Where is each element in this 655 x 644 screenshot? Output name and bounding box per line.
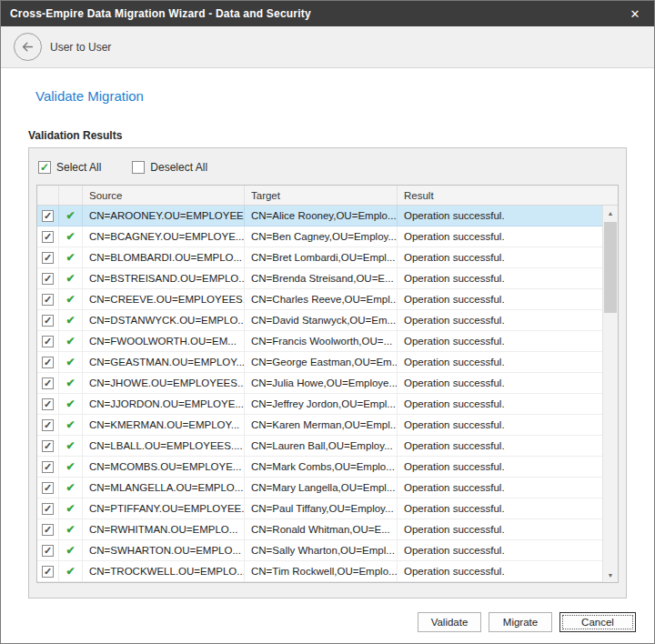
row-status-cell: ✔ <box>59 247 83 267</box>
table-row[interactable]: ✔ CN=MLANGELLA.OU=EMPLO... CN=Mary Lange… <box>37 478 602 498</box>
target-cell: CN=Charles Reeve,OU=Empl... <box>245 289 398 309</box>
table-row[interactable]: ✔ CN=RWHITMAN.OU=EMPLO... CN=Ronald Whit… <box>37 519 602 540</box>
row-checkbox[interactable] <box>42 377 54 389</box>
table-row[interactable]: ✔ CN=BLOMBARDI.OU=EMPLO... CN=Bret Lomba… <box>37 247 602 268</box>
source-cell: CN=GEASTMAN.OU=EMPLOY... <box>83 352 245 372</box>
row-checkbox[interactable] <box>42 231 54 243</box>
success-check-icon: ✔ <box>66 209 75 222</box>
row-checkbox[interactable] <box>42 273 54 285</box>
column-header-result[interactable]: Result <box>398 186 618 205</box>
result-cell: Operation successful. <box>398 268 602 288</box>
back-button[interactable] <box>14 33 42 61</box>
row-checkbox[interactable] <box>42 461 54 473</box>
scroll-up-icon[interactable]: ▲ <box>603 206 618 220</box>
row-checkbox[interactable] <box>42 252 54 264</box>
validate-button[interactable]: Validate <box>418 612 481 632</box>
row-status-cell: ✔ <box>59 206 83 226</box>
table-row[interactable]: ✔ CN=LBALL.OU=EMPLOYEES.... CN=Lauren Ba… <box>37 436 602 457</box>
target-cell: CN=Tim Rockwell,OU=Emplo... <box>245 561 398 581</box>
column-header-target[interactable]: Target <box>245 186 398 205</box>
table-row[interactable]: ✔ CN=KMERMAN.OU=EMPLOY... CN=Karen Merma… <box>37 415 602 436</box>
table-header: Source Target Result <box>37 186 618 206</box>
close-icon[interactable]: ✕ <box>616 1 654 26</box>
result-cell: Operation successful. <box>398 289 602 309</box>
vertical-scrollbar[interactable]: ▲ ▼ <box>602 206 618 582</box>
source-cell: CN=JJORDON.OU=EMPLOYE... <box>83 394 245 414</box>
row-checkbox-cell <box>37 394 59 414</box>
table-row[interactable]: ✔ CN=FWOOLWORTH.OU=EM... CN=Francis Wool… <box>37 331 602 352</box>
row-checkbox-cell <box>37 415 59 435</box>
table-row[interactable]: ✔ CN=GEASTMAN.OU=EMPLOY... CN=George Eas… <box>37 352 602 373</box>
table-row[interactable]: ✔ CN=SWHARTON.OU=EMPLO... CN=Sally Whart… <box>37 540 602 561</box>
row-checkbox[interactable] <box>42 294 54 306</box>
table-row[interactable]: ✔ CN=BCAGNEY.OU=EMPLOYE... CN=Ben Cagney… <box>37 226 602 247</box>
result-cell: Operation successful. <box>398 310 602 330</box>
table-row[interactable]: ✔ CN=JJORDON.OU=EMPLOYE... CN=Jeffrey Jo… <box>37 394 602 415</box>
row-checkbox-cell <box>37 247 59 267</box>
success-check-icon: ✔ <box>66 272 75 285</box>
source-cell: CN=BLOMBARDI.OU=EMPLO... <box>83 247 245 267</box>
row-checkbox[interactable] <box>42 357 54 368</box>
table-row[interactable]: ✔ CN=JHOWE.OU=EMPLOYEES... CN=Julia Howe… <box>37 373 602 394</box>
row-checkbox[interactable] <box>42 419 54 431</box>
title-bar: Cross-Empire Data Migration Wizard - Dat… <box>1 1 654 26</box>
table-row[interactable]: ✔ CN=TROCKWELL.OU=EMPLO... CN=Tim Rockwe… <box>37 561 602 582</box>
target-cell: CN=Paul Tiffany,OU=Employ... <box>245 498 398 518</box>
table-row[interactable]: ✔ CN=AROONEY.OU=EMPLOYEE... CN=Alice Roo… <box>37 206 602 226</box>
row-checkbox[interactable] <box>42 336 54 347</box>
success-check-icon: ✔ <box>66 335 75 347</box>
scrollbar-thumb[interactable] <box>604 222 617 313</box>
row-checkbox[interactable] <box>42 210 54 222</box>
row-checkbox[interactable] <box>42 524 54 536</box>
column-header-status[interactable] <box>59 186 83 205</box>
row-checkbox[interactable] <box>42 545 54 557</box>
row-checkbox-cell <box>37 561 59 581</box>
result-cell: Operation successful. <box>398 394 602 414</box>
table-row[interactable]: ✔ CN=MCOMBS.OU=EMPLOYE... CN=Mark Combs,… <box>37 457 602 478</box>
table-row[interactable]: ✔ CN=BSTREISAND.OU=EMPLO... CN=Brenda St… <box>37 268 602 289</box>
target-cell: CN=Sally Wharton,OU=Empl... <box>245 540 398 560</box>
row-status-cell: ✔ <box>59 519 83 539</box>
row-status-cell: ✔ <box>59 268 83 288</box>
source-cell: CN=BCAGNEY.OU=EMPLOYE... <box>83 226 245 247</box>
deselect-all-checkbox[interactable] <box>132 161 145 174</box>
footer-button-bar: Validate Migrate Cancel <box>418 612 636 632</box>
success-check-icon: ✔ <box>66 418 75 431</box>
success-check-icon: ✔ <box>66 251 75 264</box>
success-check-icon: ✔ <box>66 565 75 578</box>
source-cell: CN=CREEVE.OU=EMPLOYEES... <box>83 289 245 309</box>
target-cell: CN=Lauren Ball,OU=Employ... <box>245 436 398 456</box>
row-status-cell: ✔ <box>59 457 83 477</box>
result-cell: Operation successful. <box>398 540 602 560</box>
row-checkbox[interactable] <box>42 566 54 578</box>
result-cell: Operation successful. <box>398 226 602 247</box>
row-checkbox[interactable] <box>42 398 54 410</box>
row-checkbox[interactable] <box>42 482 54 494</box>
row-checkbox[interactable] <box>42 503 54 515</box>
column-header-source[interactable]: Source <box>83 186 245 205</box>
target-cell: CN=Mary Langella,OU=Empl... <box>245 478 398 498</box>
row-checkbox[interactable] <box>42 440 54 452</box>
table-row[interactable]: ✔ CN=DSTANWYCK.OU=EMPLO... CN=David Stan… <box>37 310 602 331</box>
table-row[interactable]: ✔ CN=PTIFFANY.OU=EMPLOYEE... CN=Paul Tif… <box>37 498 602 519</box>
migrate-button[interactable]: Migrate <box>489 612 552 632</box>
target-cell: CN=Ben Cagney,OU=Employ... <box>245 226 398 247</box>
cancel-button[interactable]: Cancel <box>559 612 636 632</box>
table-row[interactable]: ✔ CN=CREEVE.OU=EMPLOYEES... CN=Charles R… <box>37 289 602 310</box>
source-cell: CN=SWHARTON.OU=EMPLO... <box>83 540 245 560</box>
source-cell: CN=DSTANWYCK.OU=EMPLO... <box>83 310 245 330</box>
row-checkbox-cell <box>37 373 59 393</box>
success-check-icon: ✔ <box>66 460 75 473</box>
scroll-down-icon[interactable]: ▼ <box>603 568 618 582</box>
deselect-all-label: Deselect All <box>150 161 207 174</box>
validation-panel: Select All Deselect All Source Target Re… <box>28 147 627 599</box>
validation-results-label: Validation Results <box>28 129 627 142</box>
result-cell: Operation successful. <box>398 561 602 581</box>
success-check-icon: ✔ <box>66 481 75 494</box>
column-header-checkbox[interactable] <box>37 186 59 205</box>
select-all-checkbox[interactable] <box>38 161 51 174</box>
row-checkbox[interactable] <box>42 315 54 327</box>
success-check-icon: ✔ <box>66 377 75 389</box>
target-cell: CN=Karen Merman,OU=Empl... <box>245 415 398 435</box>
source-cell: CN=KMERMAN.OU=EMPLOY... <box>83 415 245 435</box>
